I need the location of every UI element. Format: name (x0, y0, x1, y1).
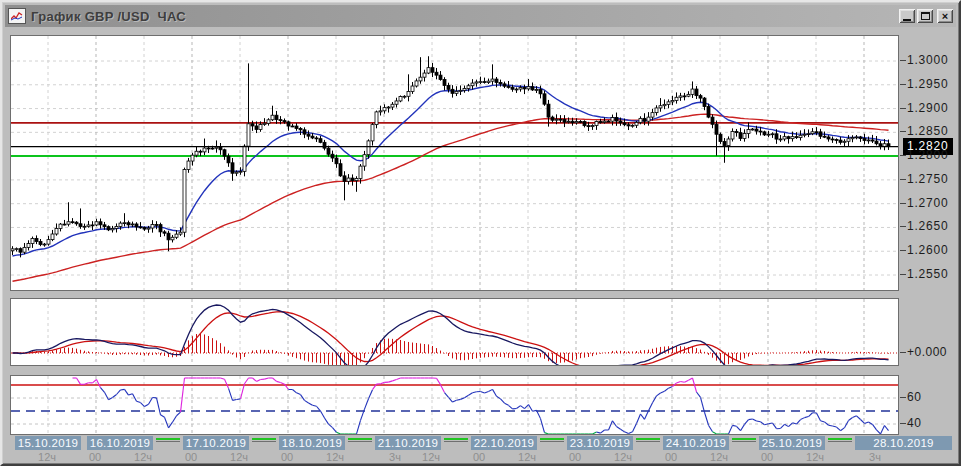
date-axis-cell: 21.10.2019 (375, 436, 441, 450)
y-axis-tick (900, 131, 906, 132)
title-bar[interactable]: График GBP /USD ЧАС × (5, 5, 956, 27)
maximize-icon (921, 12, 930, 20)
time-axis-label: 00 (270, 451, 304, 463)
time-axis-label: 12ч (606, 451, 640, 463)
date-axis-cell: 23.10.2019 (567, 436, 633, 450)
y-axis-tick (900, 108, 906, 109)
date-axis-cell: 15.10.2019 (15, 436, 81, 450)
y-axis-label: 1.2750 (907, 172, 959, 186)
date-axis-cell: 25.10.2019 (759, 436, 825, 450)
date-axis-cell: 24.10.2019 (663, 436, 729, 450)
rsi-panel[interactable]: RSI (10, 375, 899, 435)
y-axis-label: 1.2550 (907, 267, 959, 281)
date-separator-green-line (444, 438, 468, 440)
date-separator-gray-line (444, 441, 468, 442)
date-separator-gray-line (540, 441, 564, 442)
window-title: График GBP /USD ЧАС (31, 9, 897, 24)
time-axis-label: 12ч (414, 451, 448, 463)
rsi-axis-tick (900, 397, 906, 398)
date-separator-green-line (732, 438, 756, 440)
date-axis-cell: 17.10.2019 (183, 436, 249, 450)
date-separator-gray-line (252, 441, 276, 442)
chart-window: График GBP /USD ЧАС × Exponential_Moving… (0, 0, 961, 466)
date-separator-green-line (156, 438, 180, 440)
rsi-axis-label: 60 (907, 390, 921, 404)
y-axis-tick (900, 155, 906, 156)
time-axis-label: 00 (78, 451, 112, 463)
y-axis-tick (900, 84, 906, 85)
time-axis-label: 00 (558, 451, 592, 463)
time-axis-label: 00 (750, 451, 784, 463)
y-axis-label: 1.2950 (907, 77, 959, 91)
price-chart-panel[interactable]: Exponential_Moving_Average Exponential_M… (10, 35, 899, 291)
y-axis-label: 1.2900 (907, 101, 959, 115)
rsi-axis-tick (900, 423, 906, 424)
rsi-canvas (11, 376, 898, 434)
y-axis-tick (900, 60, 906, 61)
y-axis-label: 1.2600 (907, 243, 959, 257)
date-separator-green-line (540, 438, 564, 440)
close-button[interactable]: × (937, 9, 953, 23)
time-axis-label: 12ч (702, 451, 736, 463)
time-axis-label: 3ч (858, 451, 892, 463)
time-axis-label: 12ч (30, 451, 64, 463)
time-axis-label: 3ч (378, 451, 412, 463)
time-axis-label: 00 (654, 451, 688, 463)
macd-panel[interactable]: MACD (10, 298, 899, 366)
y-axis-tick (900, 226, 906, 227)
minimize-icon (903, 19, 911, 21)
price-chart-canvas (11, 36, 898, 290)
time-axis-label: 12ч (510, 451, 544, 463)
date-axis-cell: 28.10.2019 (855, 436, 952, 450)
time-axis-label: 00 (462, 451, 496, 463)
maximize-button[interactable] (917, 9, 933, 23)
date-separator-green-line (348, 438, 372, 440)
macd-canvas (11, 299, 898, 365)
y-axis-label: 1.2700 (907, 196, 959, 210)
rsi-axis-label: 40 (907, 416, 921, 430)
date-separator-green-line (636, 438, 660, 440)
chart-icon[interactable] (8, 8, 26, 24)
time-axis-label: 12ч (318, 451, 352, 463)
time-axis-label: 12ч (798, 451, 832, 463)
date-axis-cell: 18.10.2019 (279, 436, 345, 450)
date-separator-gray-line (732, 441, 756, 442)
date-separator-gray-line (348, 441, 372, 442)
date-separator-gray-line (156, 441, 180, 442)
date-separator-green-line (828, 438, 852, 440)
date-separator-gray-line (828, 441, 852, 442)
y-axis-label: 1.3000 (907, 53, 959, 67)
close-icon: × (942, 11, 948, 21)
y-axis-tick (900, 274, 906, 275)
time-axis-label: 12ч (126, 451, 160, 463)
minimize-button[interactable] (899, 9, 915, 23)
y-axis-tick (900, 250, 906, 251)
date-separator-green-line (252, 438, 276, 440)
date-axis-cell: 22.10.2019 (471, 436, 537, 450)
macd-zero-tick (900, 352, 906, 353)
date-separator-gray-line (636, 441, 660, 442)
y-axis-label: 1.2800 (907, 148, 959, 162)
y-axis-tick (900, 179, 906, 180)
y-axis-tick (900, 203, 906, 204)
y-axis-label: 1.2850 (907, 124, 959, 138)
y-axis-label: 1.2650 (907, 219, 959, 233)
time-axis-label: 12ч (222, 451, 256, 463)
macd-zero-label: +0.000 (907, 345, 947, 359)
date-axis-cell: 16.10.2019 (87, 436, 153, 450)
time-axis-label: 00 (174, 451, 208, 463)
